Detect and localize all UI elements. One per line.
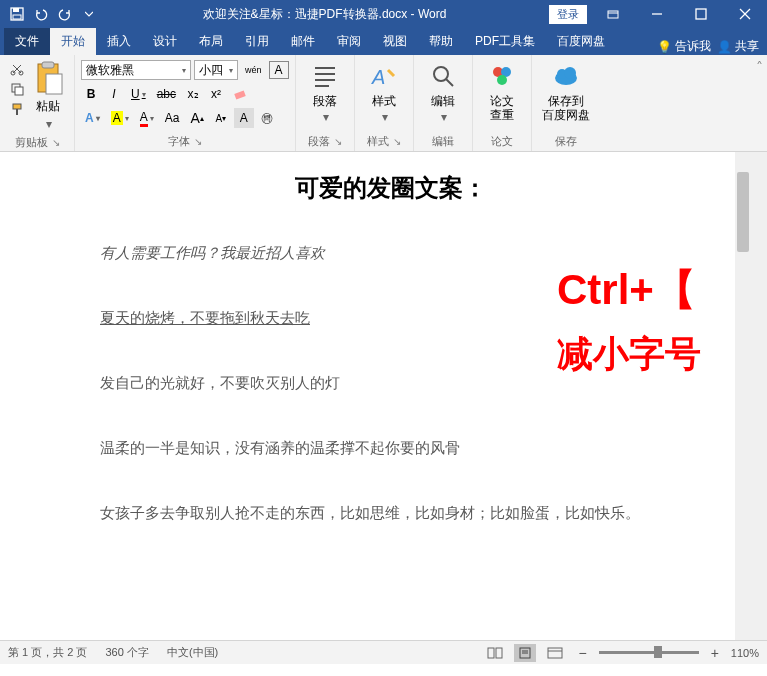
doc-heading[interactable]: 可爱的发圈文案：	[100, 172, 681, 204]
window-title: 欢迎关注&星标：迅捷PDF转换器.docx - Word	[100, 6, 549, 23]
svg-rect-6	[696, 9, 706, 19]
read-mode-icon[interactable]	[484, 644, 506, 662]
vertical-scrollbar[interactable]	[735, 152, 751, 640]
tab-file[interactable]: 文件	[4, 28, 50, 55]
thesis-icon	[486, 60, 518, 92]
group-clipboard: 粘贴▾ 剪贴板↘	[0, 55, 75, 151]
collapse-ribbon-icon[interactable]: ˄	[752, 55, 767, 151]
strikethrough-button[interactable]: abc	[153, 84, 180, 104]
underline-button[interactable]: U▾	[127, 84, 150, 104]
save-icon[interactable]	[6, 3, 28, 25]
font-name-input[interactable]: 微软雅黑▾	[81, 60, 191, 80]
tab-mailings[interactable]: 邮件	[280, 28, 326, 55]
tab-review[interactable]: 审阅	[326, 28, 372, 55]
styles-icon: A	[368, 60, 400, 92]
svg-rect-32	[488, 648, 494, 658]
status-bar: 第 1 页，共 2 页 360 个字 中文(中国) − + 110%	[0, 640, 767, 664]
dialog-launcher-icon[interactable]: ↘	[194, 136, 202, 147]
group-paragraph: 段落▾ 段落↘	[296, 55, 355, 151]
bold-button[interactable]: B	[81, 84, 101, 104]
cloud-icon	[550, 60, 582, 92]
tab-help[interactable]: 帮助	[418, 28, 464, 55]
group-label-editing: 编辑	[420, 132, 466, 151]
zoom-out-button[interactable]: −	[574, 645, 590, 661]
print-layout-icon[interactable]	[514, 644, 536, 662]
share-button[interactable]: 👤共享	[717, 38, 759, 55]
copy-icon[interactable]	[8, 80, 26, 98]
italic-button[interactable]: I	[104, 84, 124, 104]
paste-button[interactable]: 粘贴▾	[28, 58, 68, 133]
svg-rect-14	[16, 109, 18, 115]
tab-layout[interactable]: 布局	[188, 28, 234, 55]
tab-baidu[interactable]: 百度网盘	[546, 28, 616, 55]
svg-rect-33	[496, 648, 502, 658]
doc-line-1[interactable]: 有人需要工作吗？我最近招人喜欢	[100, 244, 681, 263]
minimize-icon[interactable]	[635, 0, 679, 28]
superscript-button[interactable]: x²	[206, 84, 226, 104]
change-case-button[interactable]: Aa	[161, 108, 184, 128]
cut-icon[interactable]	[8, 60, 26, 78]
undo-icon[interactable]	[30, 3, 52, 25]
tab-insert[interactable]: 插入	[96, 28, 142, 55]
tab-home[interactable]: 开始	[50, 28, 96, 55]
svg-rect-37	[548, 648, 562, 658]
zoom-slider-thumb[interactable]	[654, 646, 662, 658]
annotation-line-1: Ctrl+【	[557, 262, 701, 318]
svg-text:A: A	[371, 66, 385, 88]
styles-button[interactable]: A 样式▾	[361, 58, 407, 127]
enclose-char-button[interactable]: ㉄	[257, 108, 277, 128]
subscript-button[interactable]: x₂	[183, 84, 203, 104]
ribbon: 粘贴▾ 剪贴板↘ 微软雅黑▾ 小四▾ wén A B I U▾ abc x₂ x…	[0, 55, 767, 152]
page-indicator[interactable]: 第 1 页，共 2 页	[8, 645, 87, 660]
highlight-button[interactable]: A▾	[107, 108, 133, 128]
svg-rect-2	[13, 15, 21, 19]
svg-point-24	[434, 67, 448, 81]
doc-line-4[interactable]: 温柔的一半是知识，没有涵养的温柔撑不起你要的风骨	[100, 439, 681, 458]
phonetic-guide-button[interactable]: wén	[241, 60, 266, 80]
login-button[interactable]: 登录	[549, 5, 587, 24]
dialog-launcher-icon[interactable]: ↘	[52, 137, 60, 148]
format-painter-icon[interactable]	[8, 100, 26, 118]
zoom-level[interactable]: 110%	[731, 647, 759, 659]
ribbon-display-icon[interactable]	[591, 0, 635, 28]
shrink-font-button[interactable]: A▾	[211, 108, 231, 128]
group-label-thesis: 论文	[479, 132, 525, 151]
scroll-thumb[interactable]	[737, 172, 749, 252]
grow-font-button[interactable]: A▴	[186, 108, 207, 128]
char-shading-button[interactable]: A	[234, 108, 254, 128]
zoom-in-button[interactable]: +	[707, 645, 723, 661]
annotation-line-2: 减小字号	[557, 330, 701, 379]
tab-design[interactable]: 设计	[142, 28, 188, 55]
group-label-paragraph: 段落	[308, 134, 330, 149]
font-color-button[interactable]: A▾	[136, 108, 158, 128]
svg-point-31	[564, 67, 576, 79]
web-layout-icon[interactable]	[544, 644, 566, 662]
tell-me-button[interactable]: 💡告诉我	[657, 38, 711, 55]
save-to-baidu-button[interactable]: 保存到 百度网盘	[538, 58, 594, 125]
group-label-font: 字体	[168, 134, 190, 149]
qat-customize-icon[interactable]	[78, 3, 100, 25]
char-border-button[interactable]: A	[269, 61, 289, 79]
titlebar-right: 登录	[549, 0, 767, 28]
zoom-slider[interactable]	[599, 651, 699, 654]
paragraph-icon	[309, 60, 341, 92]
tab-references[interactable]: 引用	[234, 28, 280, 55]
group-label-styles: 样式	[367, 134, 389, 149]
editing-button[interactable]: 编辑▾	[420, 58, 466, 127]
language-indicator[interactable]: 中文(中国)	[167, 645, 218, 660]
maximize-icon[interactable]	[679, 0, 723, 28]
paragraph-button[interactable]: 段落▾	[302, 58, 348, 127]
dialog-launcher-icon[interactable]: ↘	[334, 136, 342, 147]
thesis-check-button[interactable]: 论文 查重	[479, 58, 525, 125]
font-size-input[interactable]: 小四▾	[194, 60, 238, 80]
tab-pdf-tools[interactable]: PDF工具集	[464, 28, 546, 55]
redo-icon[interactable]	[54, 3, 76, 25]
close-icon[interactable]	[723, 0, 767, 28]
tab-view[interactable]: 视图	[372, 28, 418, 55]
dialog-launcher-icon[interactable]: ↘	[393, 136, 401, 147]
document-area[interactable]: 可爱的发圈文案： 有人需要工作吗？我最近招人喜欢 夏天的烧烤，不要拖到秋天去吃 …	[0, 152, 767, 640]
clear-formatting-icon[interactable]	[229, 84, 253, 104]
doc-line-5[interactable]: 女孩子多去争取别人抢不走的东西，比如思维，比如身材；比如脸蛋，比如快乐。	[100, 504, 681, 523]
text-effects-button[interactable]: A▾	[81, 108, 104, 128]
word-count[interactable]: 360 个字	[105, 645, 148, 660]
